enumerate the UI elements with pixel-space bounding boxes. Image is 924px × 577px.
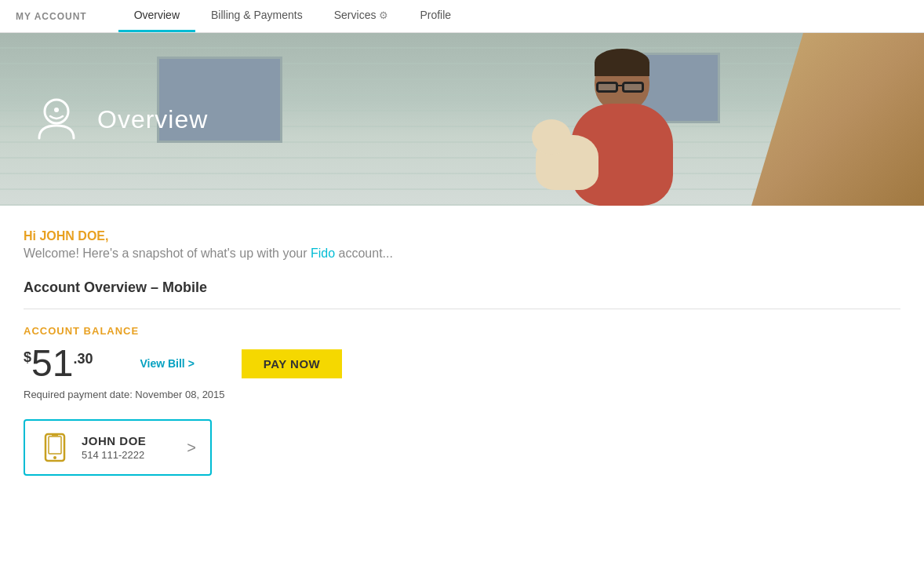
nav-link-profile[interactable]: Profile: [404, 0, 467, 32]
account-balance-label: ACCOUNT BALANCE: [24, 325, 900, 337]
greeting-prefix: Welcome! Here's a snapshot of what's up …: [24, 247, 311, 260]
balance-main: 51: [31, 345, 73, 382]
nav-link-services-label: Services: [334, 9, 377, 21]
balance-cents: .30: [73, 351, 93, 367]
nav-link-billing[interactable]: Billing & Payments: [195, 0, 318, 32]
hero-content: Overview: [0, 94, 239, 144]
svg-point-4: [53, 456, 56, 459]
user-card[interactable]: JOHN DOE 514 111-2222 >: [24, 419, 212, 476]
section-divider: [24, 309, 900, 309]
greeting-suffix: account...: [335, 247, 393, 260]
user-card-info: JOHN DOE 514 111-2222: [82, 434, 169, 461]
user-card-phone: 514 111-2222: [82, 449, 169, 461]
mobile-phone-icon: [39, 432, 71, 463]
nav-bar: MY ACCOUNT Overview Billing & Payments S…: [0, 0, 924, 33]
payment-date: Required payment date: November 08, 2015: [24, 389, 900, 400]
balance-amount: $ 51 .30: [24, 345, 93, 382]
pay-now-button[interactable]: PAY NOW: [242, 349, 342, 378]
greeting-line1: Hi JOHN DOE,: [24, 229, 900, 243]
view-bill-link[interactable]: View Bill >: [140, 357, 194, 370]
section-title: Account Overview – Mobile: [24, 279, 900, 296]
svg-point-1: [54, 108, 59, 112]
svg-rect-3: [49, 436, 61, 454]
hero-banner: Overview: [0, 33, 924, 206]
nav-link-overview[interactable]: Overview: [118, 0, 195, 32]
hero-person: [532, 41, 704, 206]
user-card-name: JOHN DOE: [82, 434, 169, 447]
balance-row: $ 51 .30 View Bill > PAY NOW: [24, 345, 900, 382]
balance-dollar: $: [24, 349, 31, 366]
greeting-line2: Welcome! Here's a snapshot of what's up …: [24, 247, 900, 261]
greeting-brand: Fido: [311, 247, 335, 260]
user-card-arrow-icon: >: [187, 439, 196, 457]
hero-title: Overview: [97, 105, 208, 134]
nav-links: Overview Billing & Payments Services ⚙ P…: [118, 0, 467, 32]
hero-avatar-icon: [31, 94, 82, 144]
gear-icon: ⚙: [379, 9, 388, 21]
nav-link-services[interactable]: Services ⚙: [318, 0, 405, 32]
main-content: Hi JOHN DOE, Welcome! Here's a snapshot …: [0, 206, 924, 499]
nav-brand: MY ACCOUNT: [16, 11, 87, 22]
